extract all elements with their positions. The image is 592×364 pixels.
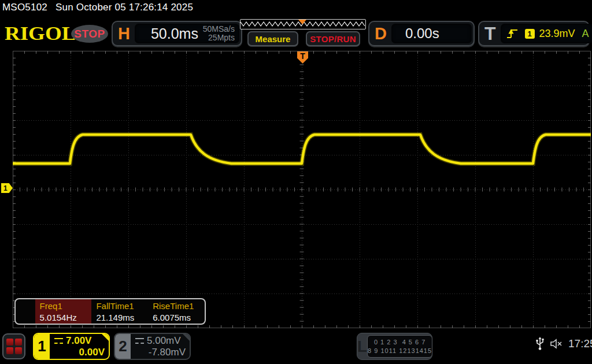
sample-rate: 50MSa/s — [203, 24, 235, 34]
stop-run-button[interactable]: STOP/RUN — [306, 31, 360, 46]
channel1-scale: 7.00V — [66, 335, 91, 347]
channel2-offset: -7.80mV — [135, 347, 186, 358]
trigger-sweep-mode: A — [582, 28, 589, 40]
measurement-label: Freq1 — [40, 301, 92, 311]
delay-value: 0.00s — [391, 25, 439, 42]
trigger-panel[interactable]: T 1 23.9mV A — [478, 21, 590, 46]
measurement-value: 5.0154Hz — [40, 313, 92, 322]
trigger-level-value: 23.9mV — [539, 28, 575, 40]
waveform-display-area[interactable] — [13, 51, 591, 328]
usb-icon[interactable] — [535, 337, 545, 351]
red-square — [6, 339, 13, 346]
channel2-status-pill[interactable]: 2 5.00mV -7.80mV — [114, 333, 191, 360]
digital-channel-list: 0 1 2 3 4 5 6 78 9 1011 12131415 — [367, 335, 432, 358]
channel1-values: 7.00V 0.00V — [50, 334, 109, 359]
horizontal-label: H — [113, 24, 135, 43]
windows-menu-button[interactable] — [2, 333, 25, 359]
trigger-source-badge: 1 — [525, 29, 535, 39]
model-name: MSO5102 — [2, 2, 47, 13]
folded-corner — [101, 333, 110, 342]
delay-label: D — [369, 24, 391, 43]
measurement-item-falltime1[interactable]: FallTime1 21.149ms — [91, 299, 148, 324]
measurement-value: 6.0075ms — [153, 313, 205, 322]
horizontal-pill: 50.0ms 50MSa/s25Mpts — [135, 24, 239, 43]
folded-corner — [182, 333, 191, 342]
measurement-label: RiseTime1 — [153, 301, 205, 311]
clock-time: 17:25 — [568, 337, 592, 350]
channel2-number: 2 — [115, 334, 131, 359]
channel1-number: 1 — [34, 334, 50, 359]
red-square — [6, 347, 13, 354]
channel2-scale: 5.00mV — [147, 335, 181, 347]
graticule — [13, 51, 591, 328]
overview-position-marker[interactable] — [298, 20, 306, 24]
logic-analyzer-label: L — [357, 337, 367, 356]
status-bar: MSO5102Sun October 05 17:26:14 2025 — [2, 2, 193, 13]
measurement-value: 21.149ms — [96, 313, 148, 322]
run-state-badge: STOP — [71, 25, 108, 43]
measurement-item-freq1[interactable]: Freq1 5.0154Hz — [35, 299, 92, 324]
measurement-item-risetime1[interactable]: RiseTime1 6.0075ms — [148, 299, 205, 324]
channel1-status-pill[interactable]: 1 7.00V 0.00V — [33, 333, 110, 360]
rigol-logo: RIGOL — [5, 22, 76, 45]
timebase-value: 50.0ms — [135, 25, 198, 42]
datetime: Sun October 05 17:26:14 2025 — [56, 2, 193, 13]
measurement-label: FallTime1 — [96, 301, 148, 311]
measure-button[interactable]: Measure — [247, 31, 298, 46]
horizontal-panel[interactable]: H 50.0ms 50MSa/s25Mpts — [112, 21, 242, 46]
measurement-results-box[interactable]: Freq1 5.0154Hz FallTime1 21.149ms RiseTi… — [14, 298, 206, 325]
acquisition-info: 50MSa/s25Mpts — [203, 25, 239, 42]
channel2-values: 5.00mV -7.80mV — [131, 334, 190, 359]
channel1-offset: 0.00V — [54, 347, 105, 358]
digital-row2: 8 9 1011 12131415 — [368, 347, 432, 355]
delay-panel[interactable]: D 0.00s — [368, 21, 475, 46]
digital-row1: 0 1 2 3 4 5 6 7 — [368, 338, 432, 347]
trigger-pill: 1 23.9mV A — [501, 24, 592, 43]
dc-coupling-icon — [135, 338, 144, 344]
system-tray: 17:25 — [535, 337, 592, 351]
channel1-offset-marker[interactable]: 1 — [1, 183, 13, 193]
dc-coupling-icon — [54, 338, 63, 344]
trigger-label: T — [479, 23, 501, 44]
delay-pill: 0.00s — [391, 24, 472, 43]
measurement-spacer — [16, 299, 35, 324]
logic-analyzer-pill[interactable]: L 0 1 2 3 4 5 6 78 9 1011 12131415 — [357, 333, 432, 360]
memory-depth: 25Mpts — [208, 33, 235, 42]
speaker-muted-icon[interactable] — [550, 338, 564, 350]
red-square — [15, 347, 22, 354]
red-square — [15, 339, 22, 346]
rising-edge-icon — [506, 28, 518, 39]
